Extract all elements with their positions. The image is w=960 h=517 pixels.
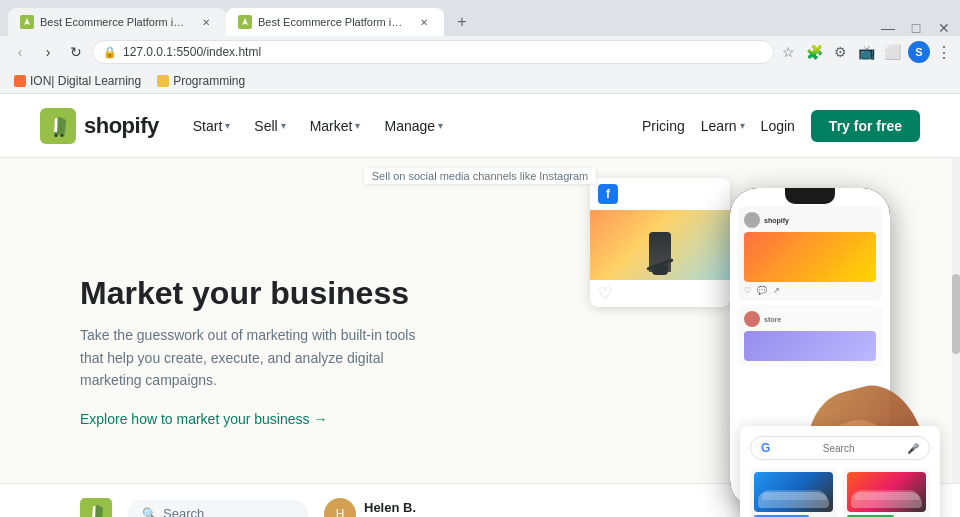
facebook-icon: f [598,184,618,204]
phone-avatar-2 [744,311,760,327]
browser-toolbar: ‹ › ↻ 🔒 127.0.0.1:5500/index.html ☆ 🧩 ⚙ … [0,36,960,68]
search-placeholder: Search [163,506,204,517]
address-bar[interactable]: 🔒 127.0.0.1:5500/index.html [92,40,774,64]
sell-chevron-icon: ▾ [281,120,286,131]
nav-market-label: Market [310,118,353,134]
start-chevron-icon: ▾ [225,120,230,131]
google-product-2 [843,468,930,517]
google-search-text: Search [823,443,855,454]
phone-username-2: store [764,316,781,323]
settings-icon[interactable]: ⚙ [830,42,850,62]
page-body: Sell on social media channels like Insta… [0,158,960,517]
close-button[interactable]: ✕ [936,20,952,36]
right-visual: f ♡ [480,158,960,517]
nav-login[interactable]: Login [761,118,795,134]
google-products [750,468,930,517]
lock-icon: 🔒 [103,46,117,59]
nav-learn-label: Learn [701,118,737,134]
tab2-favicon [238,15,252,29]
tab1-title: Best Ecommerce Platform in Indi... [40,16,190,28]
social-card-footer: ♡ [590,280,730,307]
explore-arrow-icon: → [314,411,328,427]
bookmark-ion-favicon [14,75,26,87]
phone-post-header: shopify [744,212,876,228]
phone-notch [785,188,835,204]
nav-market[interactable]: Market ▾ [300,112,371,140]
phone-like-icon: ♡ [744,286,751,295]
phone-comment-icon: 💬 [757,286,767,295]
google-search-card: G Search 🎤 [740,426,940,517]
social-media-card: f ♡ [590,178,730,307]
tab1-close[interactable]: ✕ [198,14,214,30]
tab-groups-icon[interactable]: ⬜ [882,42,902,62]
back-button[interactable]: ‹ [8,40,32,64]
bookmark-ion-label: ION| Digital Learning [30,74,141,88]
main-heading: Market your business [80,274,440,312]
nav-learn[interactable]: Learn ▾ [701,118,745,134]
phone-post2-header: store [744,311,876,327]
nav-links: Start ▾ Sell ▾ Market ▾ Manage ▾ [183,112,453,140]
google-logo: G [761,441,770,455]
shopify-logo[interactable]: shopify [40,108,159,144]
address-text: 127.0.0.1:5500/index.html [123,45,261,59]
bookmark-prog-label: Programming [173,74,245,88]
scrollbar[interactable] [952,158,960,517]
sell-social-label: Sell on social media channels like Insta… [364,168,596,184]
nav-sell-label: Sell [254,118,277,134]
shopify-navbar: shopify Start ▾ Sell ▾ Market ▾ Manage ▾… [0,94,960,158]
google-mic-icon: 🎤 [907,443,919,454]
browser-tab-2[interactable]: Best Ecommerce Platform in Indi... ✕ [226,8,444,36]
phone-post-1: shopify ♡ 💬 ↗ [738,206,882,301]
nav-pricing[interactable]: Pricing [642,118,685,134]
tab2-close[interactable]: ✕ [416,14,432,30]
phone-username: shopify [764,217,789,224]
toolbar-icons: ☆ 🧩 ⚙ 📺 ⬜ S ⋮ [778,41,952,63]
left-content: Market your business Take the guesswork … [0,158,480,517]
bookmark-programming[interactable]: Programming [151,72,251,90]
shopify-logo-text: shopify [84,113,159,139]
nav-start-label: Start [193,118,223,134]
try-free-button[interactable]: Try for free [811,110,920,142]
google-search-bar: G Search 🎤 [750,436,930,460]
phone-content: shopify ♡ 💬 ↗ [730,188,890,379]
phone-avatar [744,212,760,228]
svg-point-2 [55,134,58,137]
like-icon: ♡ [598,284,612,303]
social-card-header: f [590,178,730,210]
refresh-button[interactable]: ↻ [64,40,88,64]
profile-avatar[interactable]: S [908,41,930,63]
browser-chrome: Best Ecommerce Platform in Indi... ✕ Bes… [0,0,960,68]
nav-start[interactable]: Start ▾ [183,112,241,140]
nav-manage[interactable]: Manage ▾ [374,112,453,140]
user-info: H Helen B. My Work Space [324,498,441,518]
bookmark-prog-favicon [157,75,169,87]
explore-link[interactable]: Explore how to market your business → [80,411,440,427]
user-details: Helen B. My Work Space [364,500,441,517]
scrollbar-thumb[interactable] [952,274,960,354]
tab2-title: Best Ecommerce Platform in Indi... [258,16,408,28]
svg-point-3 [61,134,64,137]
market-chevron-icon: ▾ [355,120,360,131]
minimize-button[interactable]: — [880,20,896,36]
search-icon: 🔍 [142,507,157,518]
google-product-1 [750,468,837,517]
new-tab-button[interactable]: + [448,8,476,36]
nav-sell[interactable]: Sell ▾ [244,112,295,140]
nav-manage-label: Manage [384,118,435,134]
manage-chevron-icon: ▾ [438,120,443,131]
maximize-button[interactable]: □ [908,20,924,36]
search-box[interactable]: 🔍 Search [128,500,308,517]
forward-button[interactable]: › [36,40,60,64]
nav-right: Pricing Learn ▾ Login Try for free [642,110,920,142]
bookmark-star-icon[interactable]: ☆ [778,42,798,62]
user-avatar: H [324,498,356,518]
phone-post-actions: ♡ 💬 ↗ [744,286,876,295]
browser-menu-button[interactable]: ⋮ [936,43,952,62]
social-card-image [590,210,730,280]
explore-link-text: Explore how to market your business [80,411,310,427]
cast-icon[interactable]: 📺 [856,42,876,62]
browser-tab-1[interactable]: Best Ecommerce Platform in Indi... ✕ [8,8,226,36]
extensions-icon[interactable]: 🧩 [804,42,824,62]
bookmarks-bar: ION| Digital Learning Programming [0,68,960,94]
bookmark-ion[interactable]: ION| Digital Learning [8,72,147,90]
